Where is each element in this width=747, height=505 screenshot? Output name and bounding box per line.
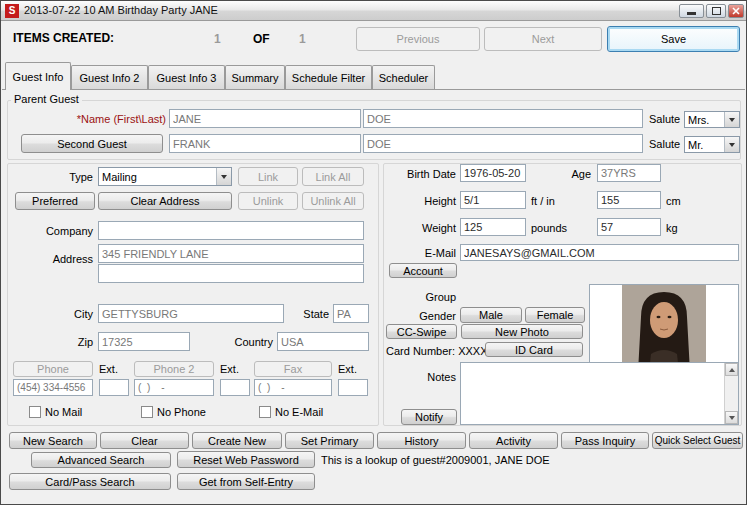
previous-button[interactable]: Previous [356,27,480,51]
title-bar[interactable]: S 2013-07-22 10 AM Birthday Party JANE [1,1,746,21]
country-label: Country [229,336,273,348]
history-button[interactable]: History [377,432,466,449]
clear-address-button[interactable]: Clear Address [98,192,232,210]
new-search-button[interactable]: New Search [9,432,97,449]
tab-schedule-filter[interactable]: Schedule Filter [285,65,372,89]
minimize-button[interactable] [679,4,704,18]
address-line2-input[interactable] [98,264,364,283]
address-type-select[interactable]: Mailing [98,167,232,186]
new-photo-button[interactable]: New Photo [461,324,583,339]
phone-input[interactable] [13,379,93,396]
next-button[interactable]: Next [484,27,602,51]
city-label: City [31,308,93,320]
maximize-button[interactable] [706,4,726,18]
male-button[interactable]: Male [460,307,522,323]
close-button[interactable] [728,4,744,18]
set-primary-button[interactable]: Set Primary [285,432,374,449]
last-name-input[interactable] [363,109,643,128]
window-title: 2013-07-22 10 AM Birthday Party JANE [24,1,218,20]
tab-summary[interactable]: Summary [225,65,285,89]
chevron-down-icon[interactable] [216,168,231,185]
height-ftin-input[interactable] [460,191,526,209]
close-icon [732,7,740,15]
phone2-button[interactable]: Phone 2 [134,361,214,377]
card-pass-search-button[interactable]: Card/Pass Search [9,473,171,490]
tab-scheduler[interactable]: Scheduler [372,65,435,89]
fax-ext-label: Ext. [338,363,357,375]
id-card-button[interactable]: ID Card [485,342,583,357]
salute-label-2: Salute [649,138,680,150]
notes-textarea[interactable] [460,362,739,425]
city-input[interactable] [98,304,284,323]
parent-guest-label: Parent Guest [11,93,82,105]
weight-kg-input[interactable] [597,218,661,236]
items-created-label: ITEMS CREATED: [13,31,114,45]
tab-guest-info-3[interactable]: Guest Info 3 [148,65,225,89]
first-name-input[interactable] [169,109,361,128]
app-logo-icon: S [5,4,19,18]
phone-button[interactable]: Phone [13,361,93,377]
phone-ext-input[interactable] [99,379,129,396]
tab-guest-info-2[interactable]: Guest Info 2 [71,65,148,89]
tab-guest-info[interactable]: Guest Info [5,62,71,90]
address-type-value: Mailing [99,168,216,185]
phone2-input[interactable] [134,379,214,396]
email-input[interactable] [460,244,739,261]
get-from-self-entry-button[interactable]: Get from Self-Entry [177,473,315,490]
salute-value-1: Mrs. [685,112,724,127]
fax-button[interactable]: Fax [254,361,332,377]
weight-lb-input[interactable] [460,218,526,236]
second-last-name-input[interactable] [363,134,643,153]
height-label: Height [386,195,456,207]
reset-web-password-button[interactable]: Reset Web Password [177,451,315,468]
female-button[interactable]: Female [525,307,585,323]
save-button[interactable]: Save [607,26,740,52]
link-all-button[interactable]: Link All [302,167,364,186]
cm-label: cm [666,195,681,207]
link-button[interactable]: Link [238,167,298,186]
state-input[interactable] [333,304,369,323]
country-input[interactable] [277,332,369,351]
clear-button[interactable]: Clear [100,432,189,449]
company-input[interactable] [98,221,364,240]
account-button[interactable]: Account [389,263,457,278]
unlink-all-button[interactable]: Unlink All [302,192,364,210]
no-mail-checkbox[interactable]: No Mail [29,406,82,418]
chevron-down-icon[interactable] [724,112,739,127]
height-cm-input[interactable] [597,191,661,209]
salute-select-1[interactable]: Mrs. [684,111,740,128]
scroll-up-icon[interactable] [725,363,738,376]
notify-button[interactable]: Notify [401,409,457,425]
no-email-checkbox[interactable]: No E-Mail [259,406,323,418]
advanced-search-button[interactable]: Advanced Search [31,452,171,468]
create-new-button[interactable]: Create New [192,432,282,449]
scroll-down-icon[interactable] [725,411,738,424]
activity-button[interactable]: Activity [469,432,558,449]
chevron-down-icon[interactable] [724,137,739,152]
birth-date-input[interactable] [460,164,526,182]
fax-ext-input[interactable] [338,379,368,396]
name-label: *Name (First\Last) [56,113,166,125]
salute-value-2: Mr. [685,137,724,152]
checkbox-icon [259,406,271,418]
second-guest-button[interactable]: Second Guest [21,134,163,153]
unlink-button[interactable]: Unlink [238,192,298,210]
no-phone-label: No Phone [157,406,206,418]
salute-select-2[interactable]: Mr. [684,136,740,153]
second-first-name-input[interactable] [169,134,361,153]
phone2-ext-input[interactable] [220,379,250,396]
fax-input[interactable] [254,379,332,396]
quick-select-guest-button[interactable]: Quick Select Guest [652,432,743,449]
preferred-button[interactable]: Preferred [15,192,95,210]
pass-inquiry-button[interactable]: Pass Inquiry [561,432,649,449]
checkbox-icon [29,406,41,418]
of-label: OF [253,32,270,46]
address-line1-input[interactable] [98,244,364,263]
notes-scrollbar[interactable] [724,363,738,424]
items-current-count: 1 [214,32,221,46]
no-phone-checkbox[interactable]: No Phone [141,406,206,418]
zip-input[interactable] [98,332,190,351]
phone-ext-label: Ext. [99,363,118,375]
age-input[interactable] [597,164,661,182]
cc-swipe-button[interactable]: CC-Swipe [386,324,457,339]
